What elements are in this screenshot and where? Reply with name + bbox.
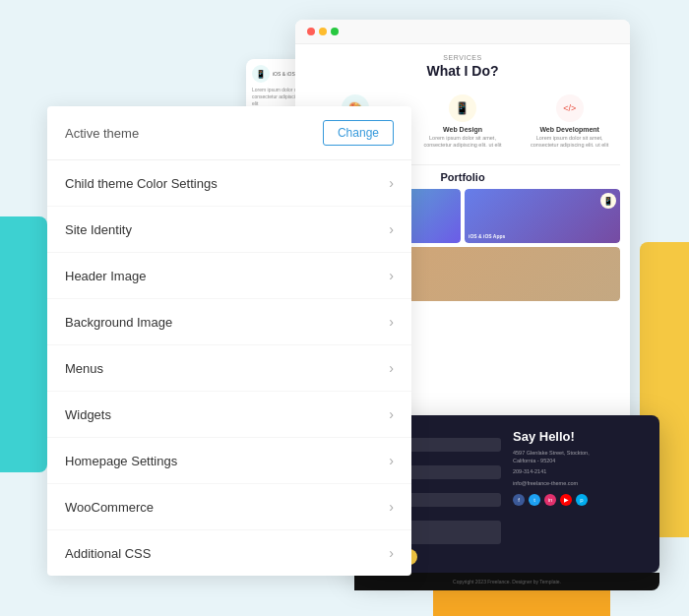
change-button[interactable]: Change	[323, 120, 394, 146]
chevron-right-icon: ›	[389, 499, 394, 515]
chevron-right-icon: ›	[389, 453, 394, 468]
nav-label-child-theme-color: Child theme Color Settings	[65, 176, 218, 191]
nav-label-additional-css: Additional CSS	[65, 546, 151, 561]
settings-panel: Active theme Change Child theme Color Se…	[47, 106, 411, 576]
nav-label-header-image: Header Image	[65, 269, 146, 283]
chevron-right-icon: ›	[389, 175, 394, 191]
nav-label-background-image: Background Image	[65, 315, 172, 330]
nav-item-woocommerce[interactable]: WooCommerce ›	[47, 484, 411, 530]
chevron-right-icon: ›	[389, 314, 394, 330]
nav-item-widgets[interactable]: Widgets ›	[47, 392, 411, 438]
nav-label-widgets: Widgets	[65, 407, 111, 422]
nav-item-child-theme-color[interactable]: Child theme Color Settings ›	[47, 160, 411, 207]
chevron-right-icon: ›	[389, 221, 394, 237]
nav-label-menus: Menus	[65, 361, 103, 376]
nav-item-menus[interactable]: Menus ›	[47, 345, 411, 392]
nav-item-site-identity[interactable]: Site Identity ›	[47, 207, 411, 253]
nav-label-site-identity: Site Identity	[65, 222, 132, 237]
nav-item-homepage-settings[interactable]: Homepage Settings ›	[47, 438, 411, 484]
chevron-right-icon: ›	[389, 268, 394, 283]
active-theme-label: Active theme	[65, 126, 139, 141]
nav-item-background-image[interactable]: Background Image ›	[47, 299, 411, 345]
panel-header: Active theme Change	[47, 106, 411, 160]
nav-label-woocommerce: WooCommerce	[65, 500, 154, 515]
chevron-right-icon: ›	[389, 406, 394, 422]
chevron-right-icon: ›	[389, 545, 394, 561]
nav-item-additional-css[interactable]: Additional CSS ›	[47, 530, 411, 576]
nav-item-header-image[interactable]: Header Image ›	[47, 253, 411, 299]
chevron-right-icon: ›	[389, 360, 394, 376]
left-teal-accent	[0, 216, 47, 472]
nav-label-homepage-settings: Homepage Settings	[65, 454, 177, 468]
